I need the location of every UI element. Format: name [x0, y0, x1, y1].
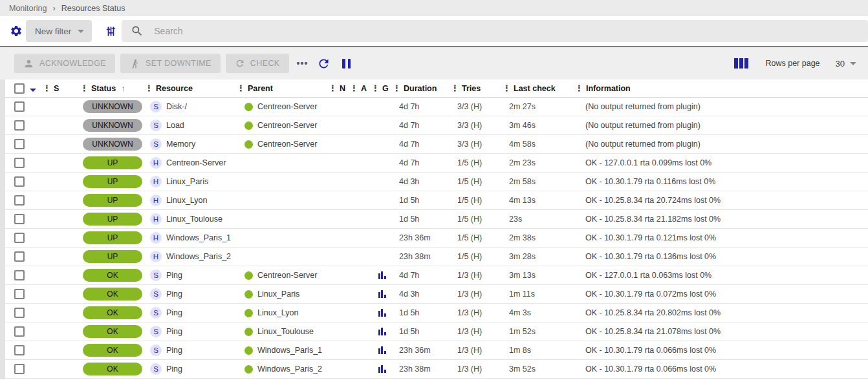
parent-name[interactable]: Windows_Paris_1	[257, 346, 322, 355]
status-chip[interactable]: OK	[83, 306, 142, 319]
row-checkbox[interactable]	[14, 120, 25, 131]
table-row[interactable]: UP H Linux_Lyon 1d 5h 1/5 (H) 4m 13s OK …	[5, 191, 868, 210]
graph-icon[interactable]	[378, 271, 386, 279]
table-row[interactable]: OK S Ping Centreon-Server 4d 7h 1/3 (H) …	[5, 266, 868, 285]
resource-name[interactable]: Windows_Paris_1	[166, 233, 231, 242]
table-row[interactable]: UP H Linux_Paris 4d 3h 1/5 (H) 2m 58s OK…	[5, 173, 868, 191]
filter-settings-button[interactable]	[6, 25, 26, 37]
row-checkbox[interactable]	[14, 233, 25, 243]
header-action[interactable]: ⋮ A	[350, 84, 371, 93]
table-row[interactable]: UNKNOWN S Memory Centreon-Server 4d 7h 3…	[5, 135, 868, 154]
breadcrumb-section[interactable]: Monitoring	[9, 4, 47, 13]
row-checkbox[interactable]	[14, 176, 25, 187]
drag-handle-icon[interactable]: ⋮	[80, 84, 89, 92]
status-chip[interactable]: UP	[83, 194, 142, 207]
drag-handle-icon[interactable]: ⋮	[575, 84, 583, 92]
parent-name[interactable]: Centreon-Server	[257, 102, 317, 111]
resource-name[interactable]: Linux_Paris	[166, 177, 208, 186]
resource-name[interactable]: Ping	[166, 346, 182, 355]
parent-name[interactable]: Centreon-Server	[257, 140, 317, 149]
row-checkbox[interactable]	[14, 251, 25, 262]
resource-name[interactable]: Centreon-Server	[166, 158, 226, 167]
graph-icon[interactable]	[378, 365, 386, 373]
parent-name[interactable]: Windows_Paris_2	[257, 364, 322, 374]
resource-name[interactable]: Ping	[166, 308, 182, 317]
parent-name[interactable]: Linux_Paris	[257, 290, 299, 299]
search-input[interactable]	[154, 26, 868, 36]
header-status[interactable]: ⋮ Status ↑	[80, 83, 145, 93]
row-checkbox[interactable]	[14, 345, 25, 355]
resource-name[interactable]: Ping	[166, 290, 182, 299]
resource-name[interactable]: Memory	[166, 140, 195, 149]
drag-handle-icon[interactable]: ⋮	[329, 84, 337, 92]
table-row[interactable]: OK S Ping Windows_Paris_2 23h 38m 1/3 (H…	[5, 360, 868, 379]
table-row[interactable]: UP H Centreon-Server 4d 7h 1/5 (H) 2m 23…	[5, 154, 868, 173]
search-field[interactable]	[122, 20, 868, 42]
resource-name[interactable]: Linux_Toulouse	[166, 215, 222, 224]
table-row[interactable]: OK S Ping Linux_Lyon 1d 5h 1/3 (H) 4m 3s…	[5, 304, 868, 322]
status-chip[interactable]: OK	[83, 325, 142, 338]
table-row[interactable]: OK S Ping Linux_Paris 4d 3h 1/3 (H) 1m 1…	[5, 285, 868, 304]
table-row[interactable]: UP H Windows_Paris_2 23h 38m 1/5 (H) 3m …	[5, 248, 868, 266]
select-all-checkbox[interactable]	[14, 83, 25, 94]
edit-columns-button[interactable]	[734, 58, 748, 69]
status-chip[interactable]: OK	[83, 269, 142, 282]
drag-handle-icon[interactable]: ⋮	[350, 84, 358, 92]
header-tries[interactable]: ⋮ Tries	[451, 84, 503, 93]
header-graph[interactable]: ⋮ G	[371, 84, 393, 93]
status-chip[interactable]: OK	[83, 288, 142, 301]
advanced-filter-button[interactable]	[100, 25, 122, 37]
graph-icon[interactable]	[378, 346, 386, 354]
check-button[interactable]: CHECK	[226, 54, 289, 73]
table-row[interactable]: UP H Windows_Paris_1 23h 36m 1/5 (H) 2m …	[5, 229, 868, 248]
status-chip[interactable]: OK	[83, 363, 142, 375]
resource-name[interactable]: Disk-/	[166, 102, 187, 111]
row-checkbox[interactable]	[14, 195, 25, 206]
resource-name[interactable]: Ping	[166, 271, 182, 280]
refresh-button[interactable]	[317, 57, 331, 70]
new-filter-dropdown[interactable]: New filter	[26, 20, 92, 42]
pause-button[interactable]	[342, 59, 351, 69]
header-resource[interactable]: ⋮ Resource	[145, 84, 237, 93]
parent-name[interactable]: Centreon-Server	[257, 121, 317, 130]
drag-handle-icon[interactable]: ⋮	[451, 84, 459, 92]
set-downtime-button[interactable]: SET DOWNTIME	[120, 54, 221, 73]
table-row[interactable]: UP H Linux_Toulouse 1d 5h 1/5 (H) 23s OK…	[5, 210, 868, 229]
parent-name[interactable]: Centreon-Server	[257, 271, 317, 280]
table-row[interactable]: OK S Ping Linux_Toulouse 1d 5h 1/3 (H) 1…	[5, 322, 868, 341]
row-checkbox[interactable]	[14, 289, 25, 299]
header-severity[interactable]: ⋮ S	[43, 84, 80, 93]
status-chip[interactable]: OK	[83, 344, 142, 357]
row-checkbox[interactable]	[14, 139, 25, 149]
acknowledge-button[interactable]: ACKNOWLEDGE	[14, 54, 115, 73]
parent-name[interactable]: Linux_Lyon	[257, 308, 298, 317]
status-chip[interactable]: UP	[83, 213, 142, 226]
graph-icon[interactable]	[378, 328, 386, 335]
table-row[interactable]: UNKNOWN S Load Centreon-Server 4d 7h 3/3…	[5, 116, 868, 135]
row-checkbox[interactable]	[14, 326, 25, 337]
status-chip[interactable]: UP	[83, 231, 142, 244]
drag-handle-icon[interactable]: ⋮	[237, 84, 245, 92]
row-checkbox[interactable]	[14, 270, 25, 280]
status-chip[interactable]: UP	[83, 156, 142, 169]
status-chip[interactable]: UP	[83, 250, 142, 263]
status-chip[interactable]: UNKNOWN	[83, 138, 142, 151]
drag-handle-icon[interactable]: ⋮	[43, 84, 51, 92]
resource-name[interactable]: Windows_Paris_2	[166, 252, 231, 261]
resource-name[interactable]: Load	[166, 121, 184, 130]
header-last-check[interactable]: ⋮ Last check	[503, 84, 575, 93]
row-checkbox[interactable]	[14, 101, 25, 112]
table-row[interactable]: OK S Ping Windows_Paris_1 23h 36m 1/3 (H…	[5, 341, 868, 360]
table-row[interactable]: UNKNOWN S Disk-/ Centreon-Server 4d 7h 3…	[5, 98, 868, 116]
parent-name[interactable]: Linux_Toulouse	[257, 327, 314, 336]
header-notes[interactable]: ⋮ N	[329, 84, 350, 93]
resource-name[interactable]: Ping	[166, 364, 182, 374]
more-actions-button[interactable]: •••	[297, 58, 309, 69]
row-checkbox[interactable]	[14, 308, 25, 318]
drag-handle-icon[interactable]: ⋮	[145, 84, 153, 92]
row-checkbox[interactable]	[14, 158, 25, 168]
rows-per-page-select[interactable]: 30	[836, 59, 856, 69]
graph-icon[interactable]	[378, 290, 386, 298]
drag-handle-icon[interactable]: ⋮	[503, 84, 511, 92]
row-checkbox[interactable]	[14, 364, 25, 374]
